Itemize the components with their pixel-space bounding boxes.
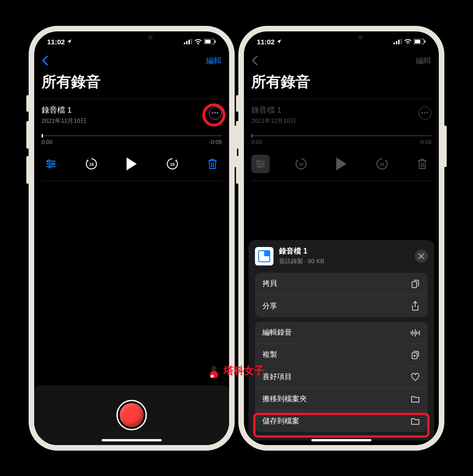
phone-right-frame: 11:02 — [238, 26, 444, 451]
menu-duplicate-label: 複製 — [262, 350, 277, 360]
skip-back-button[interactable]: 15 — [82, 155, 101, 173]
status-time: 11:02 — [47, 38, 65, 46]
trash-icon — [207, 158, 218, 169]
svg-rect-15 — [398, 40, 400, 44]
record-dock — [34, 385, 229, 445]
svg-rect-7 — [215, 41, 216, 43]
watermark-text: 塔科女子 — [224, 364, 264, 378]
timeline[interactable]: 0:00 -0:09 — [42, 135, 222, 145]
cellular-icon — [184, 39, 192, 44]
watermark-avatar-icon: 3C — [207, 364, 221, 378]
svg-rect-6 — [205, 40, 211, 43]
delete-button[interactable] — [203, 155, 222, 173]
more-options-button[interactable]: ••• — [209, 107, 222, 120]
more-options-button: ••• — [418, 107, 431, 120]
screen-left: 11:02 — [34, 31, 229, 445]
svg-point-21 — [257, 160, 260, 163]
svg-rect-1 — [186, 41, 188, 44]
folder-icon — [410, 418, 420, 425]
svg-point-28 — [211, 366, 217, 371]
menu-edit-recording-label: 編輯錄音 — [262, 328, 292, 337]
edit-button[interactable]: 編輯 — [206, 55, 222, 66]
svg-text:3C: 3C — [212, 375, 216, 378]
nav-bar: 編輯 — [42, 52, 222, 69]
notch — [90, 31, 173, 44]
chevron-left-icon — [251, 55, 258, 66]
home-indicator[interactable] — [311, 439, 371, 441]
power-button — [444, 126, 447, 167]
menu-move-to-folder[interactable]: 搬移到檔案夾 — [255, 388, 428, 410]
heart-icon — [410, 373, 420, 381]
skip-forward-button[interactable]: 15 — [163, 155, 182, 173]
page-title: 所有錄音 — [251, 72, 431, 92]
copy-doc-icon — [410, 279, 420, 289]
back-button[interactable] — [42, 55, 48, 66]
menu-move-to-folder-label: 搬移到檔案夾 — [262, 394, 307, 404]
chevron-left-icon — [42, 55, 48, 66]
sheet-file-name: 錄音檔 1 — [279, 247, 409, 256]
home-indicator[interactable] — [102, 439, 162, 441]
sheet-close-button[interactable] — [415, 250, 428, 263]
recording-name: 錄音檔 1 — [42, 105, 222, 115]
svg-point-8 — [48, 160, 50, 163]
timeline-track — [251, 135, 431, 136]
menu-copy[interactable]: 拷貝 — [255, 273, 428, 295]
nav-bar: 編輯 — [251, 52, 431, 69]
volume-down-button — [236, 156, 239, 184]
notch — [300, 31, 383, 44]
ellipsis-icon: ••• — [212, 110, 219, 116]
svg-rect-14 — [396, 41, 397, 44]
svg-point-23 — [259, 166, 261, 168]
recording-date: 2021年12月10日 — [42, 117, 222, 125]
svg-text:15: 15 — [379, 162, 384, 167]
ellipsis-icon: ••• — [421, 110, 429, 116]
svg-point-4 — [198, 43, 199, 44]
settings-button[interactable] — [42, 155, 60, 173]
duplicate-icon — [410, 350, 420, 360]
svg-point-22 — [262, 163, 264, 165]
screen-right: 11:02 — [244, 31, 439, 445]
menu-edit-recording[interactable]: 編輯錄音 — [255, 322, 428, 344]
timeline-track[interactable] — [42, 135, 222, 136]
svg-rect-19 — [415, 40, 420, 43]
menu-copy-label: 拷貝 — [262, 279, 277, 289]
mute-switch — [236, 95, 239, 112]
action-sheet: 錄音檔 1 音訊錄製 · 80 KB 拷貝 分享 — [249, 240, 434, 440]
menu-favorite[interactable]: 喜好項目 — [255, 366, 428, 388]
file-thumbnail — [255, 247, 273, 265]
skip-forward-button: 15 — [373, 155, 391, 173]
phone-left-frame: 11:02 — [29, 26, 235, 451]
svg-text:15: 15 — [298, 162, 303, 167]
recording-item[interactable]: 錄音檔 1 2021年12月10日 ••• — [42, 99, 222, 125]
svg-point-17 — [407, 43, 409, 44]
time-elapsed: 0:00 — [42, 139, 52, 145]
playback-controls: 15 15 — [42, 155, 222, 181]
sheet-file-meta: 音訊錄製 · 80 KB — [279, 257, 409, 265]
menu-duplicate[interactable]: 複製 — [255, 344, 428, 366]
cellular-icon — [394, 39, 402, 44]
record-button[interactable] — [118, 401, 146, 429]
wifi-icon — [194, 39, 202, 44]
volume-up-button — [26, 121, 29, 149]
play-button[interactable] — [122, 155, 141, 173]
svg-rect-2 — [188, 40, 190, 44]
menu-save-to-files-label: 儲存到檔案 — [262, 416, 299, 426]
menu-share[interactable]: 分享 — [255, 295, 428, 317]
recording-date: 2021年12月10日 — [251, 117, 431, 125]
menu-group-1: 拷貝 分享 — [255, 273, 428, 317]
wifi-icon — [404, 39, 412, 44]
recording-item: 錄音檔 1 2021年12月10日 ••• — [251, 99, 431, 125]
play-button — [332, 155, 351, 173]
watermark: 3C 塔科女子 — [207, 364, 264, 378]
play-icon — [127, 157, 137, 170]
skip-back-button: 15 — [292, 155, 310, 173]
battery-icon — [204, 39, 216, 44]
menu-save-to-files[interactable]: 儲存到檔案 — [255, 410, 428, 432]
recording-name: 錄音檔 1 — [251, 105, 431, 115]
volume-up-button — [236, 121, 239, 149]
sliders-icon — [45, 159, 56, 169]
menu-share-label: 分享 — [262, 301, 277, 311]
menu-favorite-label: 喜好項目 — [262, 372, 292, 382]
svg-rect-20 — [424, 41, 425, 43]
settings-button — [251, 155, 270, 173]
